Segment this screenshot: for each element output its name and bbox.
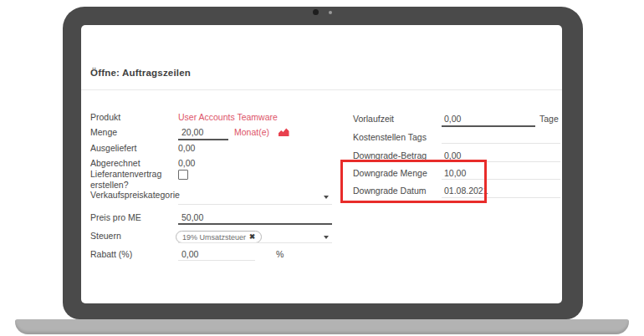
- ausgeliefert-value: 0,00: [178, 143, 195, 153]
- rabatt-underline: [178, 260, 255, 261]
- field-label-preis-pro-me: Preis pro ME: [90, 212, 141, 223]
- downgrade-datum-underline: [442, 197, 560, 198]
- vorlaufzeit-suffix: Tage: [539, 114, 559, 124]
- laptop-frame: Öffne: Auftragszeilen Produkt User Accou…: [63, 7, 583, 319]
- verkaufspreiskategorie-underline: [178, 204, 332, 205]
- field-label-abgerechnet: Abgerechnet: [90, 158, 141, 169]
- menge-input[interactable]: 20,00: [181, 127, 203, 137]
- produkt-value-link[interactable]: User Accounts Teamware: [178, 112, 278, 122]
- downgrade-betrag-input[interactable]: 0,00: [444, 150, 461, 160]
- tax-tag-label: 19% Umsatzsteuer: [182, 233, 246, 242]
- verkaufspreiskategorie-select[interactable]: [178, 190, 320, 203]
- field-label-downgrade-betrag: Downgrade-Betrag: [353, 150, 427, 161]
- downgrade-betrag-underline: [442, 161, 560, 162]
- rabatt-suffix: %: [276, 249, 284, 259]
- field-label-verkaufspreiskategorie: Verkaufspreiskategorie: [90, 190, 180, 201]
- downgrade-menge-underline: [442, 179, 560, 180]
- field-label-menge: Menge: [90, 127, 117, 138]
- field-label-produkt: Produkt: [90, 112, 120, 123]
- page: Öffne: Auftragszeilen Produkt User Accou…: [0, 0, 644, 336]
- steuern-underline: [178, 242, 332, 243]
- menge-input-underline: [178, 139, 228, 140]
- lieferantenvertrag-checkbox[interactable]: [178, 170, 188, 180]
- kostenstellen-tags-input[interactable]: [442, 132, 560, 143]
- dialog-title: Öffne: Auftragszeilen: [90, 68, 191, 78]
- downgrade-datum-input[interactable]: 01.08.2021: [444, 186, 488, 196]
- tax-tag[interactable]: 19% Umsatzsteuer: [176, 231, 262, 243]
- field-label-lieferantenvertrag: Lieferantenvertrag erstellen?: [90, 169, 174, 191]
- remove-tag-icon[interactable]: [249, 233, 255, 241]
- caret-down-icon[interactable]: [324, 196, 329, 199]
- screen: Öffne: Auftragszeilen Produkt User Accou…: [81, 25, 562, 303]
- field-label-rabatt: Rabatt (%): [90, 249, 132, 260]
- field-label-vorlaufzeit: Vorlaufzeit: [353, 114, 394, 125]
- laptop-base: [15, 319, 629, 334]
- rabatt-input[interactable]: 0,00: [181, 249, 198, 259]
- preis-pro-me-input[interactable]: 50,00: [181, 212, 203, 222]
- menge-uom-link[interactable]: Monat(e): [234, 127, 269, 137]
- field-label-downgrade-datum: Downgrade Datum: [353, 186, 427, 196]
- area-chart-icon[interactable]: [279, 128, 289, 136]
- camera-led-icon: [329, 11, 332, 14]
- camera-icon: [313, 9, 319, 15]
- title-divider: [81, 89, 562, 90]
- field-label-kostenstellen-tags: Kostenstellen Tags: [353, 132, 427, 143]
- caret-down-icon[interactable]: [324, 236, 329, 239]
- field-label-downgrade-menge: Downgrade Menge: [353, 168, 427, 179]
- preis-pro-me-underline: [178, 223, 332, 225]
- field-label-steuern: Steuern: [90, 231, 121, 242]
- downgrade-menge-input[interactable]: 10,00: [444, 168, 466, 178]
- kostenstellen-tags-underline: [442, 143, 560, 144]
- abgerechnet-value: 0,00: [178, 158, 195, 168]
- vorlaufzeit-underline: [442, 125, 535, 127]
- field-label-ausgeliefert: Ausgeliefert: [90, 143, 136, 154]
- vorlaufzeit-input[interactable]: 0,00: [444, 114, 461, 124]
